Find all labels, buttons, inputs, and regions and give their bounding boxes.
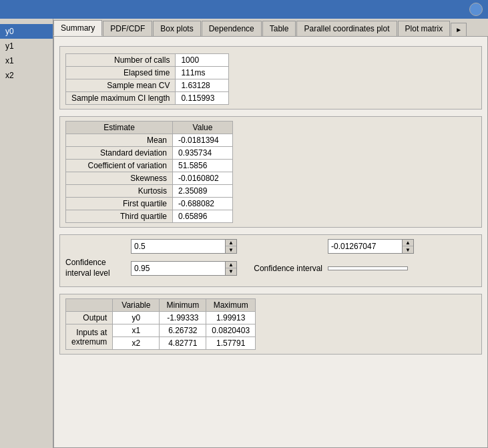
sidebar-item-y1[interactable]: y1 xyxy=(0,39,53,53)
summary-panel: Number of calls1000Elapsed time111msSamp… xyxy=(53,37,488,448)
minmax-col-header: Variable xyxy=(113,299,160,312)
minmax-variable: x1 xyxy=(113,324,160,337)
probability-label xyxy=(65,245,126,248)
minmax-maximum: 0.0820403 xyxy=(206,324,256,337)
tab-dependence[interactable]: Dependence xyxy=(202,21,262,36)
moments-value: 2.35089 xyxy=(173,185,233,198)
moments-value: 0.935734 xyxy=(173,147,233,160)
stopping-table: Number of calls1000Elapsed time111msSamp… xyxy=(65,53,229,105)
stopping-row: Elapsed time111ms xyxy=(66,67,229,79)
tab-table[interactable]: Table xyxy=(262,21,296,36)
stopping-label: Sample mean CV xyxy=(66,79,176,92)
moments-value: -0.688082 xyxy=(173,198,233,210)
minmax-minimum: 6.26732 xyxy=(160,324,206,337)
probability-down[interactable]: ▼ xyxy=(226,246,236,253)
tab-parallel[interactable]: Parallel coordinates plot xyxy=(296,21,397,36)
moments-label: Coefficient of variation xyxy=(66,160,173,172)
sidebar: y0y1x1x2 xyxy=(0,19,53,448)
probability-up[interactable]: ▲ xyxy=(226,240,236,246)
moments-row: Standard deviation0.935734 xyxy=(66,147,233,160)
empirical-quantile-spinbtns: ▲ ▼ xyxy=(402,240,413,253)
probability-spinbtns: ▲ ▼ xyxy=(225,240,236,253)
quantile-section: ▲ ▼ ▲ ▼ Confidence in xyxy=(59,234,482,287)
tabs-bar: SummaryPDF/CDFBox plotsDependenceTablePa… xyxy=(53,19,488,37)
ci-level-down[interactable]: ▼ xyxy=(226,268,236,275)
minmax-variable: y0 xyxy=(113,312,160,324)
sidebar-item-x2[interactable]: x2 xyxy=(0,68,53,83)
sidebar-item-y0[interactable]: y0 xyxy=(0,24,53,39)
empirical-quantile-label xyxy=(242,245,322,248)
minmax-row-label: Output xyxy=(66,312,113,324)
minmax-maximum: 1.99913 xyxy=(206,312,256,324)
stopping-value: 111ms xyxy=(176,67,229,79)
minmax-inputs-label: Inputs atextremum xyxy=(66,324,113,350)
ci-label: Confidence interval xyxy=(242,262,322,274)
stopping-label: Number of calls xyxy=(66,54,176,67)
empirical-quantile-field[interactable] xyxy=(328,240,402,252)
moments-value: -0.0160802 xyxy=(173,172,233,185)
stopping-row: Sample maximum CI length0.115993 xyxy=(66,92,229,105)
moments-label: First quartile xyxy=(66,198,173,210)
moments-label: Mean xyxy=(66,134,173,147)
main-container: y0y1x1x2 SummaryPDF/CDFBox plotsDependen… xyxy=(0,19,488,448)
minmax-row: Outputy0-1.993331.99913 xyxy=(66,312,256,324)
minmax-minimum: -1.99333 xyxy=(160,312,206,324)
empirical-quantile-up[interactable]: ▲ xyxy=(403,240,413,246)
empirical-quantile-down[interactable]: ▼ xyxy=(403,246,413,253)
moments-value: -0.0181394 xyxy=(173,134,233,147)
moments-label: Third quartile xyxy=(66,210,173,223)
stopping-label: Elapsed time xyxy=(66,67,176,79)
moments-col-value: Value xyxy=(173,122,233,134)
tab-summary[interactable]: Summary xyxy=(53,20,102,36)
minmax-col-header: Maximum xyxy=(206,299,256,312)
ci-level-field[interactable] xyxy=(132,262,225,274)
moments-table: Estimate Value Mean-0.0181394Standard de… xyxy=(65,121,233,223)
stopping-label: Sample maximum CI length xyxy=(66,92,176,105)
empirical-quantile-input[interactable]: ▲ ▼ xyxy=(328,239,414,254)
ci-level-spinbtns: ▲ ▼ xyxy=(225,262,236,275)
moments-row: Coefficient of variation51.5856 xyxy=(66,160,233,172)
title-bar xyxy=(0,0,488,19)
moments-label: Skewness xyxy=(66,172,173,185)
ci-level-up[interactable]: ▲ xyxy=(226,262,236,268)
moments-row: First quartile-0.688082 xyxy=(66,198,233,210)
ci-level-input[interactable]: ▲ ▼ xyxy=(131,261,237,276)
stopping-row: Sample mean CV1.63128 xyxy=(66,79,229,92)
moments-box: Estimate Value Mean-0.0181394Standard de… xyxy=(59,116,482,228)
moments-value: 0.65896 xyxy=(173,210,233,223)
minmax-col-header: Minimum xyxy=(160,299,206,312)
minmax-blank-th xyxy=(66,299,113,312)
moments-row: Kurtosis2.35089 xyxy=(66,185,233,198)
stopping-criteria-box: Number of calls1000Elapsed time111msSamp… xyxy=(59,46,482,109)
minmax-table: VariableMinimumMaximum Outputy0-1.993331… xyxy=(65,298,256,350)
minmax-row: Inputs atextremumx16.267320.0820403 xyxy=(66,324,256,337)
probability-row: ▲ ▼ ▲ ▼ xyxy=(65,239,476,254)
moments-row: Mean-0.0181394 xyxy=(66,134,233,147)
ci-value xyxy=(328,266,408,270)
stopping-row: Number of calls1000 xyxy=(66,54,229,67)
tab-boxplots[interactable]: Box plots xyxy=(153,21,200,36)
tab-pdfcdf[interactable]: PDF/CDF xyxy=(103,21,152,36)
moments-row: Third quartile0.65896 xyxy=(66,210,233,223)
minmax-minimum: 4.82771 xyxy=(160,337,206,350)
tab-scroll-right[interactable]: ► xyxy=(451,23,467,36)
confidence-row: Confidence interval level ▲ ▼ Confidence… xyxy=(65,256,476,280)
moments-label: Standard deviation xyxy=(66,147,173,160)
moments-col-estimate: Estimate xyxy=(66,122,173,134)
tab-plotmatrix[interactable]: Plot matrix xyxy=(398,21,451,36)
ci-level-label: Confidence interval level xyxy=(65,256,126,280)
stopping-value: 1000 xyxy=(176,54,229,67)
sidebar-item-x1[interactable]: x1 xyxy=(0,53,53,68)
minmax-box: VariableMinimumMaximum Outputy0-1.993331… xyxy=(59,294,482,355)
stopping-value: 1.63128 xyxy=(176,79,229,92)
minmax-variable: x2 xyxy=(113,337,160,350)
content-area: SummaryPDF/CDFBox plotsDependenceTablePa… xyxy=(53,19,488,448)
moments-row: Skewness-0.0160802 xyxy=(66,172,233,185)
moments-label: Kurtosis xyxy=(66,185,173,198)
minmax-maximum: 1.57791 xyxy=(206,337,256,350)
probability-input[interactable]: ▲ ▼ xyxy=(131,239,237,254)
info-button[interactable] xyxy=(469,3,483,16)
moments-value: 51.5856 xyxy=(173,160,233,172)
probability-field[interactable] xyxy=(132,240,225,252)
stopping-value: 0.115993 xyxy=(176,92,229,105)
